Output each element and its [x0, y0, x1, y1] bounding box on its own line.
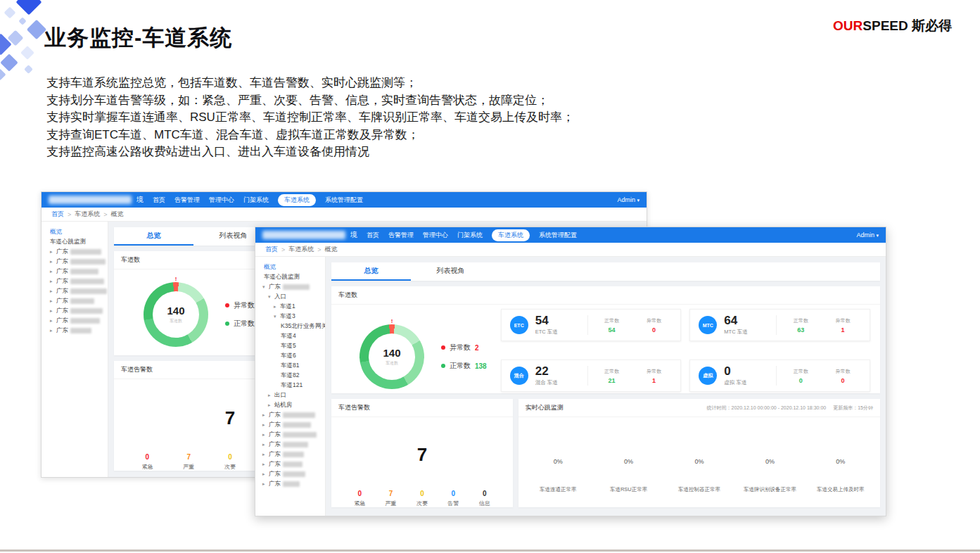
sidebar-item-province[interactable]: ▸广东 — [42, 306, 108, 316]
top-navbar: 境 首页 告警管理 管理中心 门架系统 车道系统 系统管理配置 Admin ▾ — [255, 227, 886, 243]
nav-item-lane-system[interactable]: 车道系统 — [278, 194, 316, 206]
breadcrumb-section[interactable]: 车道系统 — [288, 245, 314, 254]
sidebar: 概览 车道心跳监测 ▸广东 ▸广东 ▸广东 ▸广东 ▸广东 ▸广东 ▸广东 ▸广… — [42, 222, 108, 477]
alarm-level-severe: 7严重 — [386, 490, 397, 507]
expand-icon: ▸ — [262, 462, 267, 467]
expand-icon: ▸ — [50, 298, 54, 304]
sidebar-item-overview[interactable]: 概览 — [42, 227, 108, 237]
update-frequency: 15分钟 — [858, 405, 873, 410]
nav-item-management-center[interactable]: 管理中心 — [423, 231, 448, 240]
mixed-lane-card: 混合 22混合 车道 正常数21 异常数1 — [501, 360, 682, 392]
nav-item-system-config[interactable]: 系统管理配置 — [325, 196, 363, 205]
logo-suffix: 境 — [350, 230, 357, 240]
tab-overview[interactable]: 总览 — [331, 262, 411, 281]
tree-node-station-room[interactable]: ▸站机房 — [255, 400, 325, 410]
redacted-text — [283, 422, 311, 428]
brand-logo-our: OUR — [833, 18, 863, 33]
card-title: 车道告警数 — [331, 399, 513, 417]
lane-count-donut-chart: ! 140车道数 — [144, 282, 208, 347]
chevron-down-icon: ▾ — [637, 198, 639, 203]
sidebar-item-province[interactable]: ▸广东 — [42, 247, 108, 257]
sidebar-item-province[interactable]: ▸广东 — [42, 316, 108, 326]
abnormal-dot-icon — [441, 345, 445, 350]
user-menu[interactable]: Admin ▾ — [617, 196, 639, 203]
alarm-level-severe: 7严重 — [183, 453, 194, 471]
breadcrumb-home[interactable]: 首页 — [265, 245, 278, 254]
normal-dot-icon — [225, 322, 229, 326]
nav-item-alarm-management[interactable]: 告警管理 — [388, 231, 414, 240]
logo-suffix: 境 — [136, 195, 144, 205]
sidebar-item-province[interactable]: ▸广东 — [42, 296, 108, 306]
expand-icon: ▸ — [274, 304, 278, 310]
tree-node-province[interactable]: ▸广东 — [255, 430, 325, 440]
tab-overview[interactable]: 总览 — [114, 227, 193, 246]
tree-node-province[interactable]: ▸广东 — [255, 410, 325, 420]
description-line: 支持查询ETC车道、MTC车道、混合车道、虚拟车道正常数及异常数； — [46, 127, 722, 144]
sidebar-item-province[interactable]: ▸广东 — [42, 286, 108, 296]
redacted-text — [70, 249, 101, 255]
breadcrumb-home[interactable]: 首页 — [51, 210, 64, 219]
tree-node-lane4[interactable]: 车道4 — [255, 331, 325, 341]
tree-node-province[interactable]: ▸广东 — [255, 440, 325, 450]
redacted-text — [70, 269, 98, 274]
lane-type-grid: ETC 54ETC 车道 正常数54 异常数0 MTC 64MTC 车道 正常数 — [501, 305, 870, 396]
breadcrumb-section[interactable]: 车道系统 — [75, 210, 100, 219]
slide: 业务监控-车道系统 OURSPEED 斯必得 支持车道系统监控总览，包括车道数、… — [0, 0, 980, 553]
sidebar-item-province[interactable]: ▸广东 — [42, 326, 108, 336]
heartbeat-card: 实时心跳监测 统计时间：2020.12.10 00:00:00 - 2020.1… — [518, 399, 880, 507]
tree-node-province[interactable]: ▸广东 — [255, 450, 325, 459]
sidebar-item-heartbeat[interactable]: 车道心跳监测 — [42, 237, 108, 247]
tree-node-province[interactable]: ▸广东 — [255, 469, 325, 479]
sidebar-item-province[interactable]: ▸广东 — [42, 276, 108, 286]
nav-item-home[interactable]: 首页 — [153, 196, 165, 205]
nav-item-gantry-system[interactable]: 门架系统 — [243, 196, 269, 205]
nav-item-lane-system[interactable]: 车道系统 — [492, 229, 530, 241]
abnormal-value: 2 — [475, 344, 479, 352]
tree-node-lane3[interactable]: ▾车道3 — [255, 312, 325, 322]
user-name: Admin — [856, 231, 874, 239]
sidebar-item-province[interactable]: ▸广东 — [42, 267, 108, 276]
tree-node-lane82[interactable]: 车道82 — [255, 371, 325, 381]
expand-icon: ▸ — [50, 288, 54, 294]
nav-item-management-center[interactable]: 管理中心 — [209, 196, 234, 205]
tree-node-lane6[interactable]: 车道6 — [255, 351, 325, 361]
abnormal-legend-label: 异常数 — [234, 300, 255, 310]
sidebar-item-heartbeat[interactable]: 车道心跳监测 — [255, 272, 325, 282]
expand-icon: ▸ — [262, 471, 267, 477]
expand-icon: ▸ — [50, 318, 54, 324]
metric-lane-connectivity: 0%车道连通正常率 — [523, 417, 593, 493]
abnormal-marker-icon: ! — [175, 276, 177, 282]
sidebar-item-overview[interactable]: 概览 — [255, 262, 325, 272]
breadcrumb-separator: > — [68, 211, 71, 218]
tree-node-province[interactable]: ▾广东 — [255, 282, 325, 292]
mtc-badge-icon: MTC — [699, 316, 717, 334]
tree-node-entrance[interactable]: ▾入口 — [255, 292, 325, 302]
sidebar-tree: 概览 车道心跳监测 ▾广东 ▾入口 ▸车道1 ▾车道3 K35北行业务网关 车道… — [255, 257, 326, 516]
tree-node-province[interactable]: ▸广东 — [255, 420, 325, 430]
expand-icon: ▸ — [268, 393, 272, 398]
tree-node-province[interactable]: ▸广东 — [255, 479, 325, 489]
tab-list-view[interactable]: 列表视角 — [411, 262, 490, 281]
expand-icon: ▸ — [262, 412, 267, 418]
nav-item-home[interactable]: 首页 — [367, 231, 379, 240]
donut-legend: 异常数2 正常数138 — [441, 343, 487, 371]
tree-node-lane121[interactable]: 车道121 — [255, 381, 325, 390]
footer-accent-bar — [0, 549, 980, 552]
expand-icon: ▸ — [50, 249, 54, 255]
description-line: 支持车道系统监控总览，包括车道数、车道告警数、实时心跳监测等； — [46, 75, 722, 92]
tree-node-lane81[interactable]: 车道81 — [255, 361, 325, 371]
tree-node-lane1[interactable]: ▸车道1 — [255, 302, 325, 312]
expand-icon: ▸ — [50, 279, 54, 284]
brand-logo: OURSPEED 斯必得 — [833, 17, 952, 35]
nav-item-system-config[interactable]: 系统管理配置 — [539, 231, 577, 240]
nav-item-alarm-management[interactable]: 告警管理 — [174, 196, 200, 205]
redacted-text — [70, 328, 91, 333]
tree-node-province[interactable]: ▸广东 — [255, 459, 325, 469]
user-menu[interactable]: Admin ▾ — [856, 231, 879, 239]
nav-item-gantry-system[interactable]: 门架系统 — [457, 231, 483, 240]
tree-node-exit[interactable]: ▸出口 — [255, 390, 325, 400]
tree-node-gateway[interactable]: K35北行业务网关 — [255, 322, 325, 331]
tree-node-lane5[interactable]: 车道5 — [255, 341, 325, 351]
redacted-text — [283, 462, 303, 467]
sidebar-item-province[interactable]: ▸广东 — [42, 257, 108, 267]
